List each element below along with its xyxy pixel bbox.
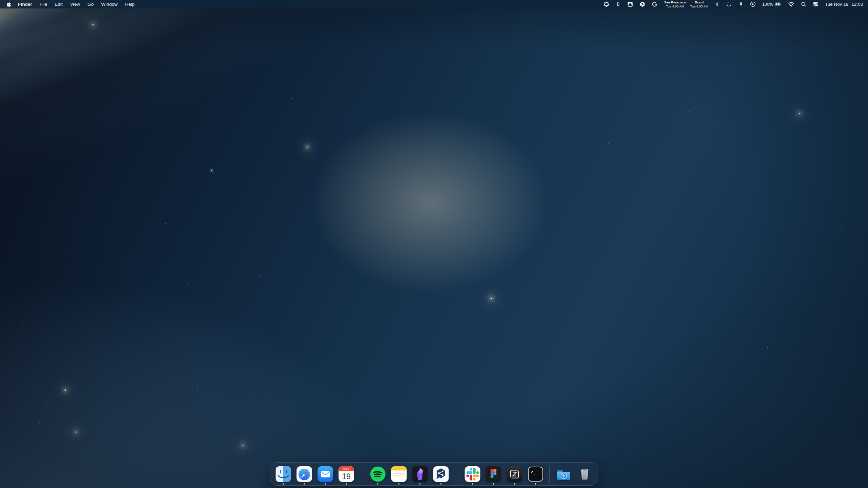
menu-go[interactable]: Go	[84, 0, 97, 8]
dock-item-spotify[interactable]	[370, 466, 386, 482]
apple-menu[interactable]	[6, 0, 14, 8]
world-clock-brazil[interactable]: Brazil Tue 8:03 AM	[690, 0, 708, 8]
downloads-folder-icon	[556, 466, 572, 482]
slack-icon	[465, 466, 481, 482]
wifi-icon[interactable]	[788, 0, 794, 8]
spotify-icon	[370, 466, 386, 482]
desktop-wallpaper	[0, 0, 868, 488]
wallpaper-vignette	[0, 0, 868, 488]
apple-icon	[6, 1, 11, 7]
calendar-icon: NOV 19	[338, 466, 355, 482]
safari-icon	[296, 466, 313, 482]
battery-status[interactable]: 100%	[762, 1, 782, 7]
dock-item-figma[interactable]	[486, 466, 502, 482]
menu-window[interactable]: Window	[97, 0, 121, 8]
dock: NOV 19	[270, 462, 598, 486]
dock-item-zed[interactable]	[507, 466, 523, 482]
dock-item-mail[interactable]	[317, 466, 334, 482]
notes-icon	[391, 466, 407, 482]
battery-charging-icon	[775, 1, 782, 7]
obsidian-icon	[412, 466, 428, 482]
dock-item-finder[interactable]	[275, 466, 292, 482]
figma-icon	[486, 466, 502, 482]
dock-item-trash[interactable]	[577, 466, 593, 482]
clock-time: Tue 8:03 AM	[690, 4, 708, 8]
terminal-icon: >_	[528, 466, 544, 482]
clock-time: Tue 4:03 AM	[666, 4, 684, 8]
menu-bar-left: Finder File Edit View Go Window Help	[0, 0, 138, 8]
pill-icon[interactable]	[616, 0, 621, 8]
spotlight-icon[interactable]	[801, 0, 806, 8]
finder-icon	[275, 466, 292, 482]
triangle-app-icon[interactable]	[627, 0, 633, 8]
dock-separator	[550, 466, 550, 483]
menu-view[interactable]: View	[66, 0, 84, 8]
flower-icon[interactable]	[604, 0, 609, 8]
menu-bar-time: 12:03	[851, 2, 863, 7]
dock-item-hexagon-share-app[interactable]	[433, 466, 449, 482]
bluetooth-icon[interactable]	[715, 0, 719, 8]
menu-app-name[interactable]: Finder	[14, 0, 36, 8]
trash-icon	[577, 466, 593, 482]
dock-item-safari[interactable]	[296, 466, 313, 482]
menu-bar: Finder File Edit View Go Window Help	[0, 0, 868, 8]
calendar-day: 19	[342, 472, 351, 481]
dock-item-obsidian[interactable]	[412, 466, 428, 482]
hexagon-share-app-icon	[433, 466, 449, 482]
menu-edit[interactable]: Edit	[51, 0, 66, 8]
g-circle-icon[interactable]	[652, 0, 657, 8]
menu-bar-clock[interactable]: Tue Nov 19 12:03	[825, 2, 863, 7]
clock-city: Brazil	[695, 0, 704, 4]
battery-percent: 100%	[762, 2, 773, 7]
dock-item-notes[interactable]	[391, 466, 407, 482]
iphone-mirroring-icon[interactable]	[738, 0, 744, 8]
dotted-circle-icon[interactable]	[726, 0, 732, 8]
menu-help[interactable]: Help	[121, 0, 138, 8]
world-clock-san-francisco[interactable]: San Francisco Tue 4:03 AM	[664, 0, 686, 8]
dock-item-calendar[interactable]: NOV 19	[338, 466, 355, 482]
terminal-prompt: >_	[531, 469, 536, 474]
now-playing-icon[interactable]	[750, 0, 756, 8]
dock-item-slack[interactable]	[465, 466, 481, 482]
world-clocks: San Francisco Tue 4:03 AM Brazil Tue 8:0…	[664, 0, 708, 8]
clock-city: San Francisco	[664, 0, 686, 4]
menu-bar-status: San Francisco Tue 4:03 AM Brazil Tue 8:0…	[604, 0, 868, 8]
menu-bar-date: Tue Nov 19	[825, 2, 848, 7]
dock-item-downloads[interactable]	[556, 466, 572, 482]
hexagon-arrow-icon[interactable]	[639, 0, 645, 8]
dock-item-terminal[interactable]: >_	[528, 466, 544, 482]
zed-icon	[507, 466, 523, 482]
menu-file[interactable]: File	[36, 0, 51, 8]
calendar-month: NOV	[343, 467, 349, 470]
mail-icon	[317, 466, 334, 482]
control-center-icon[interactable]	[813, 0, 818, 8]
